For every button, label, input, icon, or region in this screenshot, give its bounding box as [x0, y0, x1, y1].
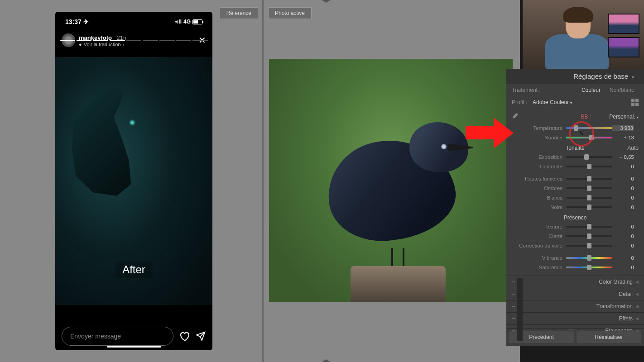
signal-icon: •ıll — [175, 19, 182, 25]
detail-panel[interactable]: Détail◀ — [506, 288, 644, 300]
translate-link[interactable]: ● Voir la traduction › — [79, 42, 126, 47]
contrast-slider[interactable]: Contraste 0 — [506, 162, 644, 171]
vibrance-slider[interactable]: Vibrance 0 — [506, 253, 644, 262]
collapse-bottom-icon[interactable] — [322, 359, 331, 362]
arrow-annotation — [466, 112, 515, 152]
reset-button[interactable]: Réinitialiser — [577, 331, 641, 343]
pane-divider[interactable] — [262, 0, 264, 362]
exposure-value: − 0,65 — [612, 154, 634, 160]
wb-dropdown[interactable]: Personnal. ▾ — [609, 114, 639, 120]
highlights-slider[interactable]: Hautes lumières 0 — [506, 174, 644, 183]
treatment-label: Traitement : — [512, 87, 541, 93]
whites-slider[interactable]: Blancs 0 — [506, 193, 644, 202]
transform-panel[interactable]: Transformation◀ — [506, 300, 644, 312]
reference-tab[interactable]: Référence — [220, 7, 258, 19]
panel-scrollbar[interactable] — [517, 278, 523, 341]
workspace: Référence Photo active 13:37 ✈ •ıll 4G m… — [0, 0, 520, 362]
send-icon[interactable] — [195, 331, 206, 342]
network-label: 4G — [183, 19, 191, 25]
message-input[interactable]: Envoyer message — [62, 327, 173, 346]
panel-footer: Précédent Réinitialiser — [506, 328, 644, 346]
profile-label: Profil : — [512, 99, 527, 105]
dehaze-slider[interactable]: Correction du voile 0 — [506, 241, 644, 250]
texture-slider[interactable]: Texture 0 — [506, 222, 644, 231]
auto-button[interactable]: Auto — [627, 145, 639, 151]
phone-statusbar: 13:37 ✈ •ıll 4G — [55, 12, 212, 29]
wb-row: BB : Personnal. ▾ — [506, 108, 644, 123]
collapse-top-icon[interactable] — [322, 0, 331, 3]
phone-time: 13:37 ✈ — [65, 18, 89, 25]
battery-icon — [192, 19, 202, 24]
profile-value[interactable]: Adobe Couleur ▾ — [533, 99, 572, 105]
presence-section: Présence — [506, 212, 644, 222]
colorgrading-panel[interactable]: Color Grading◀ — [506, 276, 644, 288]
home-indicator — [107, 346, 161, 348]
shadows-slider[interactable]: Ombres 0 — [506, 183, 644, 193]
bw-toggle[interactable]: Noir/blanc — [605, 86, 639, 94]
heart-icon[interactable] — [179, 331, 190, 342]
active-photo-tab[interactable]: Photo active — [268, 7, 312, 19]
blacks-slider[interactable]: Noirs 0 — [506, 202, 644, 212]
active-photo[interactable] — [269, 59, 513, 302]
reference-phone: 13:37 ✈ •ıll 4G mankeyfoto 21h ● Voir la… — [55, 12, 212, 350]
profile-browser-icon[interactable] — [631, 99, 639, 106]
tint-value: + 13 — [612, 135, 634, 140]
saturation-slider[interactable]: Saturation 0 — [506, 262, 644, 272]
effects-panel[interactable]: Effets◀ — [506, 312, 644, 324]
color-toggle[interactable]: Couleur — [577, 86, 605, 94]
panel-title[interactable]: Réglages de base — [506, 69, 644, 84]
phone-status-right: •ıll 4G — [175, 19, 202, 25]
after-label: After — [115, 262, 153, 278]
wb-label: BB : — [581, 114, 591, 120]
exposure-slider[interactable]: Exposition − 0,65 — [506, 152, 644, 162]
treatment-row: Traitement : Couleur Noir/blanc — [506, 84, 644, 96]
clarity-slider[interactable]: Clarté 0 — [506, 231, 644, 241]
profile-row: Profil : Adobe Couleur ▾ — [506, 96, 644, 108]
webcam-overlay — [523, 0, 644, 69]
cursor-icon: ↖ — [579, 129, 584, 137]
temperature-value: 3 933 — [612, 125, 634, 131]
story-progress — [60, 40, 208, 41]
basic-panel: Réglages de base Traitement : Couleur No… — [506, 69, 644, 346]
